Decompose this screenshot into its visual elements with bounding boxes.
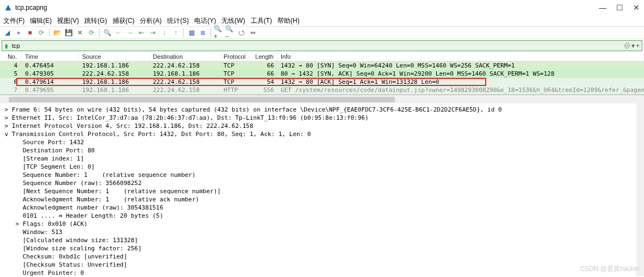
start-capture-icon[interactable]: ◢ bbox=[2, 28, 12, 38]
close-file-icon[interactable]: ✕ bbox=[75, 28, 85, 38]
detail-line[interactable]: Destination Port: 80 bbox=[1, 146, 643, 155]
detail-line[interactable]: [Stream index: 1] bbox=[1, 155, 643, 163]
app-icon bbox=[4, 4, 12, 11]
next-packet-icon[interactable]: ↓ bbox=[159, 28, 169, 38]
menu-go[interactable]: 跳转(G) bbox=[84, 16, 107, 26]
packet-row[interactable]: 70.479695192.168.1.186222.24.62.158HTTP5… bbox=[0, 86, 644, 94]
separator bbox=[183, 28, 184, 37]
bookmark-icon[interactable]: ▮ bbox=[2, 41, 11, 50]
display-filter-bar: ▮ ⮾ ▾ + bbox=[2, 40, 642, 51]
menu-edit[interactable]: 编辑(E) bbox=[30, 16, 52, 26]
packet-row[interactable]: 50.479305222.24.62.158192.168.1.186TCP66… bbox=[0, 70, 644, 78]
col-time[interactable]: Time bbox=[22, 52, 79, 61]
menu-statistics[interactable]: 统计(S) bbox=[167, 16, 189, 26]
reload-icon[interactable]: ⟳ bbox=[86, 28, 96, 38]
toolbar: ◢ ● ■ ⟳ 📂 💾 ✕ ⟳ 🔍 ← → ⇤ ⇥ ↓ ↑ ▦ ≣ 🔍+ 🔍− … bbox=[0, 26, 644, 39]
detail-line[interactable]: > Internet Protocol Version 4, Src: 192.… bbox=[1, 122, 643, 130]
detail-line[interactable]: v Transmission Control Protocol, Src Por… bbox=[1, 130, 643, 138]
goto-first-icon[interactable]: ⇤ bbox=[137, 28, 146, 38]
save-file-icon[interactable]: 💾 bbox=[64, 28, 73, 38]
menu-analyze[interactable]: 分析(A) bbox=[140, 16, 162, 26]
detail-line[interactable]: Source Port: 1432 bbox=[1, 138, 643, 146]
capture-options-icon[interactable]: ● bbox=[14, 28, 23, 38]
details-vscroll[interactable] bbox=[636, 103, 644, 276]
col-source[interactable]: Source bbox=[79, 52, 150, 61]
detail-line[interactable]: Sequence Number: 1 (relative sequence nu… bbox=[1, 171, 643, 179]
zoom-reset-icon[interactable]: ⭯ bbox=[237, 28, 246, 38]
resize-columns-icon[interactable]: ⇔ bbox=[248, 28, 258, 38]
filter-dropdown-icon[interactable]: ▾ bbox=[631, 42, 635, 50]
menu-tools[interactable]: 工具(T) bbox=[251, 16, 272, 26]
detail-line[interactable]: > Frame 6: 54 bytes on wire (432 bits), … bbox=[1, 106, 643, 114]
separator bbox=[49, 28, 49, 37]
detail-line[interactable]: Checksum: 0xbd1c [unverified] bbox=[1, 253, 643, 261]
detail-line[interactable]: [Next Sequence Number: 1 (relative seque… bbox=[1, 187, 643, 195]
col-no[interactable]: No. bbox=[0, 52, 22, 61]
add-filter-button[interactable]: + bbox=[636, 42, 640, 50]
detail-line[interactable]: Urgent Pointer: 0 bbox=[1, 269, 643, 276]
minimize-button[interactable]: — bbox=[599, 3, 606, 12]
colorize-icon[interactable]: ▦ bbox=[187, 28, 196, 38]
prev-packet-icon[interactable]: ↑ bbox=[171, 28, 181, 38]
packet-details[interactable]: > Frame 6: 54 bytes on wire (432 bits), … bbox=[0, 103, 644, 276]
menu-telephony[interactable]: 电话(Y) bbox=[194, 16, 216, 26]
detail-line[interactable]: > Flags: 0x010 (ACK) bbox=[1, 220, 643, 228]
packet-list-hscroll[interactable] bbox=[0, 95, 644, 103]
restart-capture-icon[interactable]: ⟳ bbox=[36, 28, 46, 38]
detail-line[interactable]: 0101 .... = Header Length: 20 bytes (5) bbox=[1, 212, 643, 220]
detail-line[interactable]: [Checksum Status: Unverified] bbox=[1, 261, 643, 269]
col-length[interactable]: Length bbox=[250, 52, 277, 61]
stop-capture-icon[interactable]: ■ bbox=[25, 28, 35, 38]
packet-row[interactable]: 40.476454192.168.1.186222.24.62.158TCP66… bbox=[0, 61, 644, 70]
window-title: tcp.pcapng bbox=[15, 4, 599, 11]
menu-capture[interactable]: 捕获(C) bbox=[113, 16, 135, 26]
menu-file[interactable]: 文件(F) bbox=[3, 16, 24, 26]
forward-icon[interactable]: → bbox=[125, 28, 135, 38]
col-protocol[interactable]: Protocol bbox=[220, 52, 250, 61]
detail-line[interactable]: [TCP Segment Len: 0] bbox=[1, 163, 643, 171]
menu-wireless[interactable]: 无线(W) bbox=[221, 16, 245, 26]
close-button[interactable]: ✕ bbox=[633, 3, 640, 12]
col-info[interactable]: Info bbox=[277, 52, 644, 61]
col-destination[interactable]: Destination bbox=[150, 52, 220, 61]
detail-line[interactable]: [Calculated window size: 131328] bbox=[1, 236, 643, 244]
packet-list-header: No. Time Source Destination Protocol Len… bbox=[0, 52, 644, 61]
detail-line[interactable]: Window: 513 bbox=[1, 228, 643, 236]
zoom-out-icon[interactable]: 🔍− bbox=[225, 28, 235, 38]
autoscroll-icon[interactable]: ≣ bbox=[198, 28, 208, 38]
titlebar: tcp.pcapng — ☐ ✕ bbox=[0, 0, 644, 15]
back-icon[interactable]: ← bbox=[114, 28, 123, 38]
display-filter-input[interactable] bbox=[11, 42, 622, 49]
maximize-button[interactable]: ☐ bbox=[616, 3, 623, 12]
detail-line[interactable]: Acknowledgment Number: 1 (relative ack n… bbox=[1, 195, 643, 204]
separator bbox=[210, 28, 211, 37]
find-icon[interactable]: 🔍 bbox=[102, 28, 112, 38]
packet-list: No. Time Source Destination Protocol Len… bbox=[0, 52, 644, 95]
open-file-icon[interactable]: 📂 bbox=[52, 28, 62, 38]
detail-line[interactable]: Acknowledgment number (raw): 3054381516 bbox=[1, 204, 643, 212]
zoom-in-icon[interactable]: 🔍+ bbox=[214, 28, 224, 38]
detail-line[interactable]: Sequence Number (raw): 3566098252 bbox=[1, 179, 643, 187]
detail-line[interactable]: [Window size scaling factor: 256] bbox=[1, 244, 643, 253]
menu-view[interactable]: 视图(V) bbox=[57, 16, 79, 26]
goto-last-icon[interactable]: ⇥ bbox=[148, 28, 158, 38]
packet-row[interactable]: 60.479614192.168.1.186222.24.62.158TCP54… bbox=[0, 78, 644, 86]
clear-filter-icon[interactable]: ⮾ bbox=[624, 42, 630, 50]
menu-help[interactable]: 帮助(H) bbox=[277, 16, 300, 26]
separator bbox=[99, 28, 100, 37]
menubar: 文件(F) 编辑(E) 视图(V) 跳转(G) 捕获(C) 分析(A) 统计(S… bbox=[0, 15, 644, 26]
detail-line[interactable]: > Ethernet II, Src: IntelCor_37:d7:aa (7… bbox=[1, 114, 643, 122]
